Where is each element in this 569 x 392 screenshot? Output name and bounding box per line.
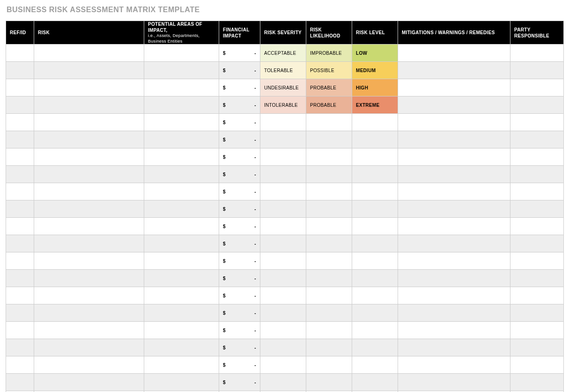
cell-likelihood[interactable]: POSSIBLE — [306, 62, 352, 79]
cell-area[interactable] — [144, 218, 219, 235]
cell-risk[interactable] — [34, 79, 144, 96]
cell-risk[interactable] — [34, 235, 144, 252]
cell-party[interactable] — [510, 235, 564, 252]
cell-severity[interactable] — [260, 114, 306, 131]
cell-area[interactable] — [144, 339, 219, 356]
cell-mitigations[interactable] — [398, 287, 510, 304]
cell-severity[interactable] — [260, 270, 306, 287]
cell-level[interactable]: MEDIUM — [352, 62, 398, 79]
cell-mitigations[interactable] — [398, 114, 510, 131]
cell-risk[interactable] — [34, 183, 144, 200]
cell-mitigations[interactable] — [398, 166, 510, 183]
cell-likelihood[interactable] — [306, 200, 352, 218]
cell-mitigations[interactable] — [398, 270, 510, 287]
cell-party[interactable] — [510, 62, 564, 79]
cell-likelihood[interactable]: PROBABLE — [306, 79, 352, 96]
cell-ref[interactable] — [6, 79, 34, 96]
cell-likelihood[interactable] — [306, 287, 352, 304]
cell-ref[interactable] — [6, 148, 34, 166]
cell-likelihood[interactable] — [306, 183, 352, 200]
cell-level[interactable] — [352, 166, 398, 183]
cell-area[interactable] — [144, 62, 219, 79]
cell-risk[interactable] — [34, 96, 144, 114]
cell-likelihood[interactable] — [306, 131, 352, 148]
cell-severity[interactable] — [260, 356, 306, 374]
cell-ref[interactable] — [6, 270, 34, 287]
cell-likelihood[interactable] — [306, 166, 352, 183]
cell-likelihood[interactable] — [306, 322, 352, 339]
cell-financial[interactable]: $- — [219, 166, 260, 183]
cell-party[interactable] — [510, 322, 564, 339]
cell-risk[interactable] — [34, 166, 144, 183]
cell-level[interactable] — [352, 114, 398, 131]
cell-ref[interactable] — [6, 252, 34, 270]
cell-ref[interactable] — [6, 304, 34, 322]
cell-ref[interactable] — [6, 356, 34, 374]
cell-financial[interactable]: $- — [219, 183, 260, 200]
cell-level[interactable]: LOW — [352, 44, 398, 62]
cell-financial[interactable]: $- — [219, 374, 260, 391]
cell-mitigations[interactable] — [398, 79, 510, 96]
cell-financial[interactable]: $- — [219, 200, 260, 218]
cell-ref[interactable] — [6, 62, 34, 79]
cell-mitigations[interactable] — [398, 252, 510, 270]
cell-area[interactable] — [144, 96, 219, 114]
cell-likelihood[interactable] — [306, 252, 352, 270]
cell-mitigations[interactable] — [398, 356, 510, 374]
cell-ref[interactable] — [6, 166, 34, 183]
cell-severity[interactable] — [260, 287, 306, 304]
cell-area[interactable] — [144, 148, 219, 166]
cell-ref[interactable] — [6, 183, 34, 200]
cell-level[interactable] — [352, 218, 398, 235]
cell-financial[interactable]: $- — [219, 96, 260, 114]
cell-area[interactable] — [144, 270, 219, 287]
cell-level[interactable] — [352, 287, 398, 304]
cell-financial[interactable]: $- — [219, 322, 260, 339]
cell-ref[interactable] — [6, 339, 34, 356]
cell-ref[interactable] — [6, 114, 34, 131]
cell-financial[interactable]: $- — [219, 114, 260, 131]
cell-financial[interactable]: $- — [219, 339, 260, 356]
cell-level[interactable] — [352, 339, 398, 356]
cell-severity[interactable] — [260, 218, 306, 235]
cell-risk[interactable] — [34, 339, 144, 356]
cell-ref[interactable] — [6, 96, 34, 114]
cell-severity[interactable] — [260, 235, 306, 252]
cell-area[interactable] — [144, 287, 219, 304]
cell-area[interactable] — [144, 322, 219, 339]
cell-area[interactable] — [144, 79, 219, 96]
cell-financial[interactable]: $- — [219, 270, 260, 287]
cell-financial[interactable]: $- — [219, 79, 260, 96]
cell-level[interactable] — [352, 304, 398, 322]
cell-risk[interactable] — [34, 218, 144, 235]
cell-party[interactable] — [510, 131, 564, 148]
cell-party[interactable] — [510, 166, 564, 183]
cell-severity[interactable]: ACCEPTABLE — [260, 44, 306, 62]
cell-ref[interactable] — [6, 374, 34, 391]
cell-mitigations[interactable] — [398, 235, 510, 252]
cell-ref[interactable] — [6, 200, 34, 218]
cell-mitigations[interactable] — [398, 62, 510, 79]
cell-level[interactable] — [352, 235, 398, 252]
cell-ref[interactable] — [6, 44, 34, 62]
cell-risk[interactable] — [34, 131, 144, 148]
cell-mitigations[interactable] — [398, 304, 510, 322]
cell-mitigations[interactable] — [398, 131, 510, 148]
cell-financial[interactable]: $- — [219, 235, 260, 252]
cell-area[interactable] — [144, 374, 219, 391]
cell-ref[interactable] — [6, 235, 34, 252]
cell-area[interactable] — [144, 200, 219, 218]
cell-risk[interactable] — [34, 374, 144, 391]
cell-likelihood[interactable] — [306, 374, 352, 391]
cell-likelihood[interactable]: PROBABLE — [306, 96, 352, 114]
cell-financial[interactable]: $- — [219, 252, 260, 270]
cell-risk[interactable] — [34, 114, 144, 131]
cell-area[interactable] — [144, 356, 219, 374]
cell-area[interactable] — [144, 183, 219, 200]
cell-level[interactable] — [352, 270, 398, 287]
cell-party[interactable] — [510, 96, 564, 114]
cell-likelihood[interactable] — [306, 270, 352, 287]
cell-mitigations[interactable] — [398, 183, 510, 200]
cell-financial[interactable]: $- — [219, 148, 260, 166]
cell-risk[interactable] — [34, 322, 144, 339]
